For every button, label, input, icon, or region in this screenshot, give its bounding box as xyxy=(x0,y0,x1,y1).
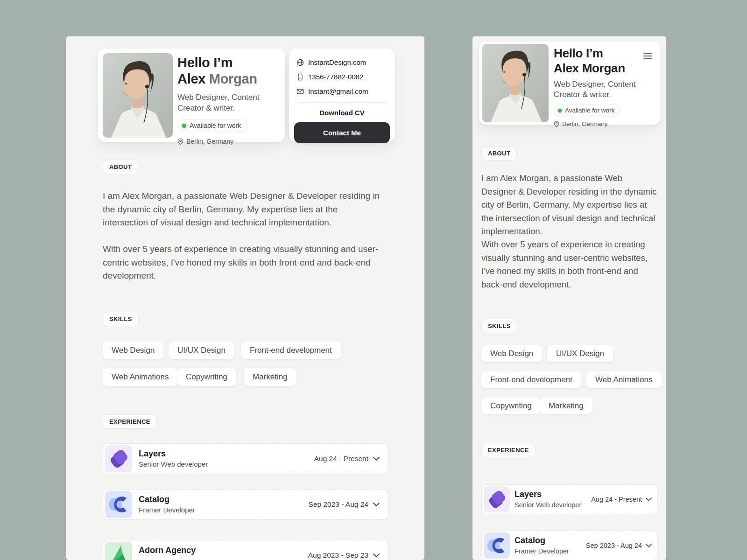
about-paragraph-2: With over 5 years of experience in creat… xyxy=(481,238,657,291)
skill-chip: Web Animations xyxy=(586,371,662,388)
portrait-image xyxy=(103,53,173,138)
last-name: Morgan xyxy=(582,61,625,75)
skill-chip: Copywriting xyxy=(177,368,236,386)
job-period: Aug 24 - Present xyxy=(591,496,642,503)
skill-chip: Copywriting xyxy=(481,398,541,414)
skill-chip: Marketing xyxy=(244,368,296,386)
job-period: Aug 2023 - Sep 23 xyxy=(308,551,368,560)
desktop-preview-panel: Hello I’m Alex Morgan Web Designer, Cont… xyxy=(66,36,424,560)
experience-row-catalog[interactable]: Catalog Framer Developer Sep 2023 - Aug … xyxy=(481,531,658,560)
catalog-logo-icon xyxy=(105,491,132,518)
location-row: Berlin, Germany xyxy=(177,138,280,145)
contact-me-button[interactable]: Contact Me xyxy=(294,122,390,143)
phone-icon xyxy=(296,73,304,81)
layers-logo-icon xyxy=(484,486,510,512)
first-name: Alex xyxy=(554,61,579,75)
availability-badge: Available for work xyxy=(177,119,247,132)
about-section-badge: ABOUT xyxy=(103,160,138,174)
availability-label: Available for work xyxy=(190,122,241,129)
phone-label: 1356-77882-0082 xyxy=(308,73,363,81)
location-row: Berlin, Germany xyxy=(554,120,647,127)
skill-chip: Web Animations xyxy=(103,368,178,386)
experience-row-layers[interactable]: Layers Senior Web developer Aug 24 - Pre… xyxy=(103,443,388,474)
experience-row-layers[interactable]: Layers Senior Web developer Aug 24 - Pre… xyxy=(481,484,658,514)
phone-link[interactable]: 1356-77882-0082 xyxy=(296,70,388,84)
about-paragraph-2: With over 5 years of experience in creat… xyxy=(103,243,381,283)
skill-chip: UI/UX Design xyxy=(547,345,613,362)
layers-logo-icon xyxy=(105,445,132,472)
skill-chip: Web Design xyxy=(481,345,542,362)
availability-badge: Available for work xyxy=(554,105,620,116)
skill-chip: Marketing xyxy=(540,398,592,414)
adorn-logo-icon xyxy=(105,542,132,560)
globe-icon xyxy=(296,59,304,66)
chevron-down-icon[interactable] xyxy=(646,497,652,501)
role-text: Web Designer, Content Creator & writer. xyxy=(554,79,641,100)
experience-section-badge: EXPERIENCE xyxy=(481,443,536,457)
email-label: Instant@gmail.com xyxy=(308,87,368,95)
menu-icon[interactable] xyxy=(643,53,652,59)
chevron-down-icon[interactable] xyxy=(646,544,652,547)
company-name: Layers xyxy=(139,448,208,459)
job-period: Sep 2023 - Aug 24 xyxy=(309,500,368,509)
about-section-badge: ABOUT xyxy=(481,146,517,161)
portrait-image xyxy=(482,44,549,122)
skill-chip: Front-end development xyxy=(481,371,581,388)
person-name: Alex Morgan xyxy=(177,71,280,87)
location-label: Berlin, Germany xyxy=(186,138,233,145)
profile-card-mobile: Hello I’m Alex Morgan Web Designer, Cont… xyxy=(479,42,661,125)
job-title: Senior Web developer xyxy=(514,500,581,510)
experience-row-adorn[interactable]: Adorn Agency Aug 2023 - Sep 23 xyxy=(103,540,388,560)
status-dot xyxy=(558,109,562,112)
skills-section-badge: SKILLS xyxy=(103,312,139,326)
skill-chip: UI/UX Design xyxy=(169,342,234,359)
cta-button-group: Download CV Contact Me xyxy=(294,102,390,144)
first-name: Alex xyxy=(177,71,205,86)
chevron-down-icon[interactable] xyxy=(373,457,380,461)
download-cv-button[interactable]: Download CV xyxy=(294,103,390,122)
catalog-logo-icon xyxy=(484,532,510,559)
last-name: Morgan xyxy=(209,71,257,86)
greeting-text: Hello I’m xyxy=(177,55,280,71)
skill-chip: Front-end development xyxy=(241,342,341,359)
company-name: Catalog xyxy=(139,494,195,505)
experience-row-catalog[interactable]: Catalog Framer Developer Sep 2023 - Aug … xyxy=(103,489,388,520)
person-name: Alex Morgan xyxy=(554,61,647,76)
location-pin-icon xyxy=(554,121,559,127)
role-text: Web Designer, Content Creator & writer. xyxy=(177,92,266,113)
website-link[interactable]: InstantDesign.com xyxy=(296,55,388,70)
contact-card: InstantDesign.com 1356-77882-0082 Instan… xyxy=(289,49,395,142)
location-pin-icon xyxy=(177,138,183,145)
job-title: Framer Developer xyxy=(514,546,569,556)
job-period: Aug 24 - Present xyxy=(314,455,368,463)
skills-section-badge: SKILLS xyxy=(481,319,517,333)
about-paragraph-1: I am Alex Morgan, a passionate Web Desig… xyxy=(481,172,657,238)
website-label: InstantDesign.com xyxy=(308,58,366,66)
job-title: Framer Developer xyxy=(139,505,195,515)
mobile-preview-panel: Hello I’m Alex Morgan Web Designer, Cont… xyxy=(472,36,666,560)
company-name: Adorn Agency xyxy=(139,545,196,556)
chevron-down-icon[interactable] xyxy=(373,553,380,557)
skill-chip: Web Design xyxy=(103,342,163,359)
email-link[interactable]: Instant@gmail.com xyxy=(296,84,388,98)
profile-photo xyxy=(482,44,549,122)
status-dot xyxy=(182,124,186,128)
location-label: Berlin, Germany xyxy=(562,120,608,127)
greeting-text: Hello I’m xyxy=(554,46,647,61)
chevron-down-icon[interactable] xyxy=(373,503,380,506)
experience-section-badge: EXPERIENCE xyxy=(103,414,157,429)
company-name: Layers xyxy=(514,489,581,500)
about-paragraph-1: I am Alex Morgan, a passionate Web Desig… xyxy=(103,189,381,230)
profile-card: Hello I’m Alex Morgan Web Designer, Cont… xyxy=(98,49,285,142)
mail-icon xyxy=(296,88,304,95)
job-period: Sep 2023 - Aug 24 xyxy=(586,542,642,549)
profile-photo xyxy=(103,53,173,138)
company-name: Catalog xyxy=(514,535,569,546)
job-title: Senior Web developer xyxy=(139,459,208,469)
availability-label: Available for work xyxy=(565,107,614,114)
